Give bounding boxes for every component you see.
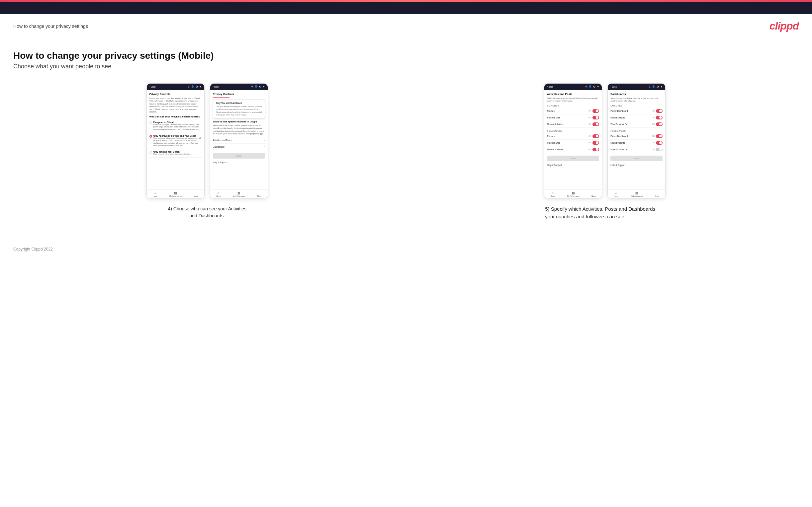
coaches-insights-on: ON xyxy=(652,116,655,118)
nav-performance3[interactable]: ▤ My Performance xyxy=(567,191,579,197)
coaches-manual-row: Manual Activities ON xyxy=(547,121,599,128)
settings-icon2[interactable]: ⚙ xyxy=(259,85,261,88)
menu-icon2: ☰ xyxy=(258,191,261,195)
option-everyone[interactable]: Everyone on Clippd Everyone on Clippd ca… xyxy=(149,119,202,133)
radio-everyone[interactable] xyxy=(149,121,152,124)
save-button-4[interactable]: Save xyxy=(610,156,663,161)
home-label3: Home xyxy=(551,195,555,197)
performance-icon4: ▤ xyxy=(635,191,638,195)
coaches-insights-toggle[interactable] xyxy=(656,116,663,119)
nav-performance[interactable]: ▤ My Performance xyxy=(169,191,182,197)
coaches-workon-on: ON xyxy=(652,123,655,125)
followers-label: FOLLOWERS xyxy=(547,130,599,132)
coaches-manual-toggle[interactable] xyxy=(593,122,599,126)
menu-dashboards[interactable]: Dashboards › xyxy=(213,144,265,150)
performance-label4: My Performance xyxy=(631,195,643,197)
nav-menu4[interactable]: ☰ Menu xyxy=(655,191,659,197)
followers-insights-toggle[interactable] xyxy=(656,141,663,145)
option-everyone-label: Everyone on Clippd xyxy=(153,121,202,123)
phone2-tab-label: Privacy Controls xyxy=(213,93,265,96)
coaches-player-toggle[interactable] xyxy=(656,109,663,113)
phone2-tab-underline xyxy=(213,97,230,98)
people-icon[interactable]: 👤 xyxy=(191,85,194,88)
people-icon3[interactable]: 👤 xyxy=(589,85,592,88)
people-icon2[interactable]: 👤 xyxy=(254,85,258,88)
dropdown-icon4[interactable]: ▼ xyxy=(660,86,663,88)
coaches-manual-on: ON xyxy=(589,123,591,125)
settings-icon[interactable]: ⚙ xyxy=(196,85,198,88)
nav-home4[interactable]: ⌂ Home xyxy=(614,191,618,197)
coaches-drills-toggle[interactable] xyxy=(593,116,599,119)
performance-label2: My Performance xyxy=(233,195,245,197)
nav-menu2[interactable]: ☰ Menu xyxy=(257,191,262,197)
tooltip-text: Only you and the coaches you connect wit… xyxy=(216,105,262,116)
followers-manual-toggle[interactable] xyxy=(593,148,599,151)
nav-home[interactable]: ⌂ Home xyxy=(153,191,157,197)
followers-drills-toggle[interactable] xyxy=(593,141,599,145)
option-followers-coach[interactable]: Only Approved Followers and Your Coach O… xyxy=(149,133,202,149)
nav-home2[interactable]: ⌂ Home xyxy=(216,191,220,197)
followers-manual-row: Manual Activities ON xyxy=(547,146,599,153)
dropdown-icon[interactable]: ▼ xyxy=(199,86,202,88)
dropdown-icon3[interactable]: ▼ xyxy=(597,86,599,88)
mockup-group-1: ‹ Back ⚲ 👤 ⚙ ▼ Privacy Controls Control … xyxy=(13,83,401,219)
coaches-rounds-on: ON xyxy=(589,110,591,112)
nav-home3[interactable]: ⌂ Home xyxy=(551,191,555,197)
performance-label3: My Performance xyxy=(567,195,579,197)
followers-player-label: Player Dashboard xyxy=(610,135,628,137)
followers-workon-toggle[interactable] xyxy=(656,148,663,151)
phone-2: ‹ Back ⚲ 👤 ⚙ ▼ Privacy Controls xyxy=(210,83,268,199)
radio-followers-coach[interactable] xyxy=(149,135,152,138)
save-button-3[interactable]: Save xyxy=(547,156,599,161)
info-text: Regardless of the privacy controls that … xyxy=(213,124,265,135)
coaches-manual-label: Manual Activities xyxy=(547,123,563,125)
phone3-nav: ⌂ Home ▤ My Performance ☰ Menu xyxy=(544,189,602,199)
followers-insights-row: Round Insights ON xyxy=(610,140,663,146)
menu-label: Menu xyxy=(194,195,198,197)
coaches-rounds-toggle[interactable] xyxy=(593,109,599,113)
back-chevron-icon4: ‹ xyxy=(610,86,611,88)
radio-only-you[interactable] xyxy=(149,151,152,154)
back-chevron-icon3: ‹ xyxy=(547,86,548,88)
nav-performance4[interactable]: ▤ My Performance xyxy=(631,191,643,197)
coaches-insights-label: Round Insights xyxy=(610,116,625,119)
coaches-drills-row: Practice Drills ON xyxy=(547,114,599,121)
menu-activities[interactable]: Activities and Posts › xyxy=(213,137,265,144)
followers-label4: FOLLOWERS xyxy=(610,130,663,132)
caption-5: 5) Specify which Activities, Posts and D… xyxy=(545,206,665,220)
settings-icon4[interactable]: ⚙ xyxy=(657,85,659,88)
option-only-you-label: Only You and Your Coach xyxy=(153,151,191,153)
dashboards-title: Dashboards xyxy=(610,93,663,96)
followers-player-toggle[interactable] xyxy=(656,134,663,138)
followers-drills-row: Practice Drills ON xyxy=(547,140,599,146)
followers-rounds-toggle[interactable] xyxy=(593,134,599,138)
coaches-rounds-row: Rounds ON xyxy=(547,108,599,114)
phone3-header: ‹ Back ⚲ 👤 ⚙ ▼ xyxy=(544,83,602,90)
caption-4: 4) Choose who can see your Activities an… xyxy=(164,206,250,219)
option-only-you[interactable]: Only You and Your Coach Only you and the… xyxy=(149,149,202,158)
coaches-workon-toggle[interactable] xyxy=(656,122,663,126)
performance-icon: ▤ xyxy=(174,191,177,195)
home-label2: Home xyxy=(216,195,220,197)
search-icon4[interactable]: ⚲ xyxy=(649,85,651,88)
who-can-see-title: Who Can See Your Activities and Dashboar… xyxy=(149,115,202,118)
nav-menu[interactable]: ☰ Menu xyxy=(194,191,198,197)
followers-workon-label: What To Work On xyxy=(610,148,627,151)
followers-drills-label: Practice Drills xyxy=(547,142,560,144)
save-button-2[interactable]: Save xyxy=(213,153,265,159)
nav-menu3[interactable]: ☰ Menu xyxy=(592,191,596,197)
menu-label3: Menu xyxy=(592,195,596,197)
phone1-nav: ⌂ Home ▤ My Performance ☰ Menu xyxy=(147,189,204,199)
option-everyone-desc: Everyone on Clippd can search for you an… xyxy=(153,123,202,131)
phone-1: ‹ Back ⚲ 👤 ⚙ ▼ Privacy Controls Control … xyxy=(146,83,205,199)
followers-rounds-row: Rounds ON xyxy=(547,133,599,140)
dropdown-icon2[interactable]: ▼ xyxy=(263,86,265,88)
settings-icon3[interactable]: ⚙ xyxy=(593,85,596,88)
people-icon4[interactable]: 👤 xyxy=(652,85,655,88)
privacy-controls-title: Privacy Controls xyxy=(149,93,202,96)
search-icon2[interactable]: ⚲ xyxy=(251,85,253,88)
search-icon[interactable]: ⚲ xyxy=(188,85,190,88)
nav-performance2[interactable]: ▤ My Performance xyxy=(233,191,245,197)
help-support-2: Help & Support xyxy=(213,161,265,164)
search-icon3[interactable]: ⚲ xyxy=(585,85,587,88)
